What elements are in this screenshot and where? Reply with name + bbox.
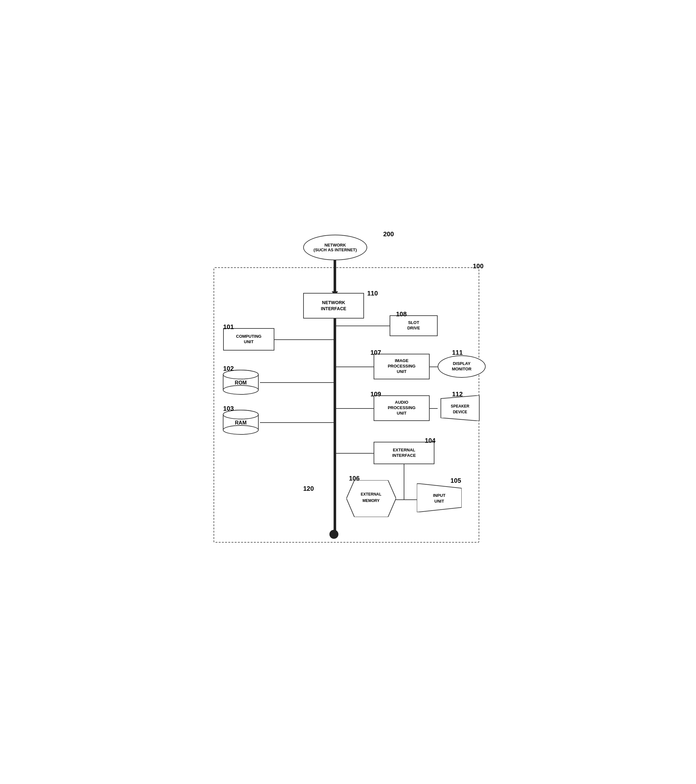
apu-box: AUDIO PROCESSING UNIT <box>374 395 430 421</box>
external-memory: EXTERNAL MEMORY <box>346 480 396 518</box>
svg-marker-20 <box>417 483 462 512</box>
speaker-device: SPEAKER DEVICE <box>438 395 486 422</box>
ipu-box: IMAGE PROCESSING UNIT <box>374 354 430 379</box>
conn-apu-speaker <box>430 408 438 409</box>
ref-105: 105 <box>450 477 461 484</box>
svg-text:ROM: ROM <box>235 380 246 385</box>
svg-text:INPUT: INPUT <box>433 493 445 498</box>
conn-slot <box>336 326 389 326</box>
ref-101: 101 <box>223 323 234 331</box>
ref-104: 104 <box>425 437 435 444</box>
input-unit: INPUT UNIT <box>417 483 462 514</box>
conn-vert-ext <box>404 464 404 499</box>
ref-109: 109 <box>370 390 381 398</box>
conn-ext-iface <box>336 453 374 454</box>
conn-ipu <box>336 367 374 367</box>
svg-text:UNIT: UNIT <box>434 499 444 504</box>
svg-text:RAM: RAM <box>235 420 246 425</box>
page-wrapper: 200 NETWORK (SUCH AS INTERNET) 100 NETWO… <box>204 229 492 555</box>
svg-point-4 <box>223 385 258 394</box>
diagram-container: 200 NETWORK (SUCH AS INTERNET) 100 NETWO… <box>204 229 492 555</box>
ref-120: 120 <box>303 485 314 492</box>
network-ellipse: NETWORK (SUCH AS INTERNET) <box>303 235 367 260</box>
svg-text:DEVICE: DEVICE <box>453 410 467 414</box>
rom-cylinder: ROM <box>221 370 260 395</box>
ref-111: 111 <box>452 349 463 356</box>
ref-102: 102 <box>223 365 234 372</box>
slot-drive-box: SLOT DRIVE <box>389 315 438 336</box>
external-interface-box: EXTERNAL INTERFACE <box>374 442 434 464</box>
conn-ram <box>260 422 333 423</box>
svg-text:MEMORY: MEMORY <box>363 499 380 503</box>
display-monitor-box: DISPLAY MONITOR <box>438 355 486 378</box>
conn-computing <box>274 339 333 340</box>
network-interface-box: NETWORK INTERFACE <box>303 293 364 318</box>
main-bus <box>333 293 336 533</box>
ref-112: 112 <box>452 390 463 398</box>
svg-text:SPEAKER: SPEAKER <box>451 404 469 408</box>
ram-cylinder: RAM <box>221 410 260 435</box>
network-arrow <box>333 260 336 295</box>
ref-107: 107 <box>370 349 381 356</box>
conn-rom <box>260 382 333 383</box>
ref-103: 103 <box>223 405 234 412</box>
bus-terminus <box>330 530 338 539</box>
ref-106: 106 <box>349 475 360 482</box>
ref-110: 110 <box>367 290 378 297</box>
ref-108: 108 <box>396 311 407 318</box>
ref-200: 200 <box>383 231 394 238</box>
ref-100: 100 <box>473 262 483 270</box>
computing-unit-box: COMPUTING UNIT <box>223 328 274 351</box>
network-label: NETWORK (SUCH AS INTERNET) <box>313 243 357 252</box>
svg-text:EXTERNAL: EXTERNAL <box>361 492 382 497</box>
conn-ipu-display <box>430 367 438 367</box>
conn-apu <box>336 408 374 409</box>
svg-point-11 <box>223 425 258 435</box>
